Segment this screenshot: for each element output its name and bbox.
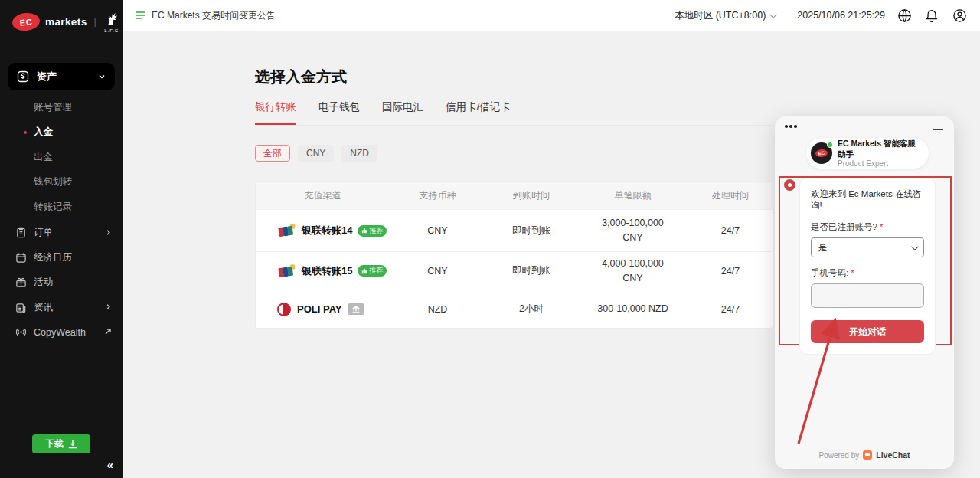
- phone-input[interactable]: [811, 283, 924, 308]
- bank-badge: [348, 303, 364, 315]
- markets-wordmark: markets: [45, 16, 87, 28]
- recommended-badge: 推荐: [358, 225, 387, 237]
- notifications-bell-icon[interactable]: [923, 7, 940, 24]
- tab-e-wallet[interactable]: 电子钱包: [318, 100, 360, 125]
- sidebar-item-orders[interactable]: 订单: [0, 221, 122, 246]
- ec-avatar-logo: EC: [815, 149, 828, 158]
- online-status-dot: [827, 142, 833, 148]
- filter-cny[interactable]: CNY: [298, 145, 334, 162]
- sidebar-item-copywealth[interactable]: CopyWealth: [0, 320, 122, 345]
- deposit-method-tabs: 银行转账 电子钱包 国际电汇 信用卡/借记卡: [255, 100, 773, 126]
- col-channel: 充值渠道: [256, 189, 390, 202]
- sidebar-item-account-management[interactable]: 账号管理: [0, 95, 122, 120]
- language-globe-icon[interactable]: [896, 7, 913, 24]
- unionpay-icon: [276, 264, 296, 279]
- channel-name: 银联转账14: [302, 224, 352, 237]
- chat-footer: Powered by LiveChat: [775, 450, 954, 460]
- account-user-icon[interactable]: [951, 7, 968, 24]
- registered-question-label: 是否已注册账号?*: [811, 221, 924, 233]
- broadcast-icon: [15, 326, 27, 338]
- sidebar-menu: 订单 经济日历 活动: [0, 221, 122, 345]
- sidebar-item-label: 资讯: [34, 301, 105, 314]
- table-row[interactable]: 银联转账14 推荐 CNY 即时到账 3,000-100,000 CNY 24/…: [256, 209, 773, 251]
- deposit-channels-table: 充值渠道 支持币种 到账时间 单笔限额 处理时间 银联转账14: [255, 181, 773, 329]
- sidebar-item-news[interactable]: 资讯: [0, 295, 122, 320]
- page-title: 选择入金方式: [255, 67, 773, 87]
- sidebar-item-deposit[interactable]: 入金: [0, 120, 122, 146]
- collapse-sidebar-icon[interactable]: «: [107, 458, 113, 471]
- chevron-down-icon: [98, 70, 106, 83]
- sidebar-item-promotions[interactable]: 活动: [0, 270, 122, 296]
- phone-label: 手机号码:*: [811, 267, 924, 279]
- external-link-icon: [104, 327, 112, 338]
- table-row[interactable]: POLI PAY NZD 2小时 300-10,000 NZD 24/7: [256, 290, 773, 328]
- clipboard-icon: [15, 227, 27, 238]
- sidebar-item-label: 资产: [37, 70, 98, 83]
- thumbs-up-icon: [361, 268, 368, 274]
- powered-by-label: Powered by: [818, 451, 859, 460]
- chevron-right-icon: [105, 228, 112, 238]
- timezone-selector[interactable]: 本地时区 (UTC+8:00): [675, 9, 775, 22]
- bank-icon: [352, 306, 360, 313]
- sidebar-item-economic-calendar[interactable]: 经济日历: [0, 245, 122, 270]
- divider: [786, 10, 786, 21]
- livechat-widget: EC EC Markets 智能客服助手 Product Expert 欢迎来到…: [775, 116, 954, 469]
- tab-credit-debit-card[interactable]: 信用卡/借记卡: [446, 100, 511, 125]
- chat-prechat-form: 欢迎来到 Ec Markets 在线咨询! 是否已注册账号?* 是 手机号码:*…: [799, 178, 936, 355]
- sidebar-item-label: 经济日历: [34, 251, 112, 264]
- currency-filters: 全部 CNY NZD: [255, 145, 773, 162]
- assets-submenu: 账号管理 入金 出金 钱包划转 转账记录: [0, 95, 122, 220]
- welcome-message: 欢迎来到 Ec Markets 在线咨询!: [811, 188, 924, 211]
- announcement-banner[interactable]: EC Markets 交易时间变更公告: [135, 9, 276, 22]
- channel-name: 银联转账15: [302, 264, 352, 278]
- poli-pay-icon: [276, 302, 292, 317]
- brand-logo: EC markets | L.F.C: [0, 0, 122, 43]
- start-chat-button[interactable]: 开始对话: [811, 320, 924, 343]
- topbar: EC Markets 交易时间变更公告 本地时区 (UTC+8:00) 2025…: [122, 0, 980, 31]
- timezone-label: 本地时区 (UTC+8:00): [675, 9, 766, 22]
- sidebar-item-label: CopyWealth: [34, 327, 104, 338]
- download-button[interactable]: 下载: [32, 434, 90, 453]
- recommended-badge: 推荐: [358, 265, 387, 277]
- col-processing: 处理时间: [688, 189, 773, 202]
- sidebar-item-label: 活动: [34, 276, 112, 289]
- col-arrival: 到账时间: [485, 189, 577, 202]
- sidebar-item-label: 钱包划转: [34, 175, 72, 188]
- filter-nzd[interactable]: NZD: [341, 145, 377, 162]
- col-currency: 支持币种: [390, 189, 485, 202]
- channel-name: POLI PAY: [297, 303, 342, 315]
- announcement-icon: [135, 11, 145, 20]
- unionpay-icon: [276, 223, 296, 238]
- calendar-icon: [15, 252, 27, 264]
- registered-select[interactable]: 是: [811, 237, 924, 257]
- chat-agent-header: EC EC Markets 智能客服助手 Product Expert: [806, 138, 929, 169]
- dollar-icon: [17, 70, 29, 83]
- filter-all[interactable]: 全部: [255, 145, 290, 162]
- chat-minimize-icon[interactable]: [933, 129, 943, 130]
- sidebar-item-transfer-records[interactable]: 转账记录: [0, 195, 122, 220]
- agent-title: EC Markets 智能客服助手: [838, 139, 921, 159]
- deposit-page: 选择入金方式 银行转账 电子钱包 国际电汇 信用卡/借记卡 全部 CNY NZD…: [255, 31, 773, 329]
- sidebar-item-label: 入金: [34, 126, 53, 139]
- download-icon: [68, 440, 77, 449]
- required-asterisk: *: [851, 268, 854, 277]
- gift-icon: [15, 277, 27, 288]
- tab-international-wire[interactable]: 国际电汇: [382, 100, 423, 125]
- agent-subtitle: Product Expert: [838, 159, 921, 168]
- livechat-wordmark: LiveChat: [876, 450, 910, 460]
- announcement-text: EC Markets 交易时间变更公告: [152, 9, 276, 22]
- chevron-down-icon: [911, 243, 919, 250]
- sidebar-item-label: 转账记录: [34, 201, 72, 214]
- active-dot: [24, 131, 27, 134]
- badge-label: 推荐: [369, 266, 383, 276]
- col-limit: 单笔限额: [577, 189, 688, 202]
- chat-menu-icon[interactable]: [785, 125, 797, 128]
- sidebar-item-assets[interactable]: 资产: [8, 63, 115, 90]
- news-icon: [15, 302, 27, 313]
- table-row[interactable]: 银联转账15 推荐 CNY 即时到账 4,000-100,000 CNY 24/…: [256, 251, 773, 290]
- tab-bank-transfer[interactable]: 银行转账: [255, 100, 296, 125]
- datetime: 2025/10/06 21:25:29: [797, 10, 885, 21]
- sidebar-item-withdrawal[interactable]: 出金: [0, 145, 122, 170]
- sidebar-item-wallet-transfer[interactable]: 钱包划转: [0, 170, 122, 195]
- logo-divider: |: [94, 16, 96, 27]
